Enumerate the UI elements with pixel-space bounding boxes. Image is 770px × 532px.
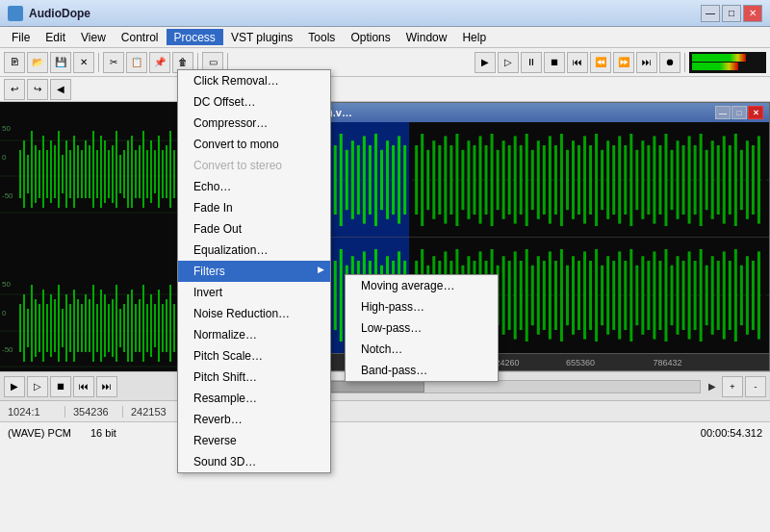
- svg-rect-76: [92, 285, 94, 362]
- menu-view[interactable]: View: [73, 29, 114, 45]
- svg-rect-11: [35, 145, 37, 203]
- svg-rect-34: [123, 150, 125, 198]
- inner-title-bar: 🔊 LO4Dcom - Test (16kHz).v… — □ ✕: [189, 103, 769, 122]
- svg-rect-65: [50, 294, 52, 357]
- svg-rect-276: [601, 266, 603, 325]
- svg-rect-298: [729, 261, 732, 330]
- left-skip-back[interactable]: ⏮: [73, 376, 94, 397]
- svg-rect-256: [485, 261, 488, 330]
- left-stop[interactable]: ⏹: [50, 376, 71, 397]
- toolbar-cut[interactable]: ✂: [103, 52, 124, 73]
- inner-close[interactable]: ✕: [748, 106, 763, 119]
- toolbar-new[interactable]: 🖹: [4, 52, 25, 73]
- restore-button[interactable]: □: [722, 5, 741, 22]
- main-area: 50 0 -50: [0, 102, 770, 400]
- minimize-button[interactable]: —: [701, 5, 720, 22]
- inner-minimize[interactable]: —: [715, 106, 731, 119]
- svg-rect-238: [374, 249, 377, 342]
- scrollbar-thumb[interactable]: [287, 381, 424, 393]
- status-format: (WAVE) PCM: [8, 427, 71, 439]
- svg-rect-47: [173, 150, 175, 198]
- svg-rect-61: [35, 299, 37, 357]
- svg-rect-98: [177, 294, 179, 352]
- main-zoom-out[interactable]: 🔍-: [215, 376, 236, 397]
- menu-window[interactable]: Window: [398, 29, 455, 45]
- inner-restore[interactable]: □: [732, 106, 747, 119]
- toolbar-skip-fwd[interactable]: ⏭: [636, 52, 657, 73]
- menu-help[interactable]: Help: [454, 29, 494, 45]
- menu-edit[interactable]: Edit: [38, 29, 73, 45]
- svg-rect-273: [583, 251, 586, 339]
- toolbar-zoom-out[interactable]: ↪: [27, 79, 48, 100]
- svg-rect-286: [658, 261, 661, 330]
- title-bar-buttons: — □ ✕: [701, 5, 762, 22]
- timeline-marker-4: 655360: [566, 358, 595, 367]
- menu-control[interactable]: Control: [114, 29, 167, 45]
- svg-rect-64: [46, 304, 48, 352]
- toolbar-zoom-in[interactable]: ↩: [4, 79, 25, 100]
- svg-rect-155: [502, 140, 505, 219]
- svg-rect-88: [139, 299, 141, 352]
- main-scrollbar[interactable]: [240, 380, 701, 393]
- timeline-marker-0: 0: [191, 358, 195, 367]
- toolbar-delete[interactable]: 🗑: [172, 52, 193, 73]
- left-skip-fwd[interactable]: ⏭: [96, 376, 117, 397]
- zoom-out-2[interactable]: -: [745, 376, 766, 397]
- svg-rect-87: [135, 304, 137, 352]
- svg-rect-160: [531, 150, 534, 210]
- svg-rect-266: [543, 261, 546, 330]
- left-play-sel[interactable]: ▷: [27, 376, 48, 397]
- toolbar-play-sel[interactable]: ▷: [498, 52, 519, 73]
- svg-rect-243: [403, 261, 406, 330]
- menu-bar: File Edit View Control Process VST plugi…: [0, 27, 770, 48]
- left-play[interactable]: ▶: [4, 376, 25, 397]
- menu-sound-3d[interactable]: Sound 3D…: [178, 451, 330, 472]
- toolbar-copy[interactable]: 📋: [126, 52, 147, 73]
- toolbar-paste[interactable]: 📌: [149, 52, 170, 73]
- svg-rect-251: [455, 249, 458, 342]
- svg-rect-179: [641, 140, 644, 219]
- menu-vst[interactable]: VST plugins: [223, 29, 300, 45]
- toolbar-close-file[interactable]: ✕: [73, 52, 94, 73]
- svg-rect-277: [606, 256, 609, 335]
- svg-rect-66: [54, 299, 56, 352]
- svg-rect-18: [62, 155, 64, 193]
- svg-rect-178: [635, 150, 638, 210]
- toolbar-ff[interactable]: ⏩: [613, 52, 634, 73]
- menu-options[interactable]: Options: [343, 29, 398, 45]
- svg-rect-31: [112, 145, 114, 203]
- menu-process[interactable]: Process: [167, 29, 223, 45]
- svg-rect-23: [81, 150, 83, 198]
- app-icon: [8, 6, 23, 21]
- toolbar-skip-back[interactable]: ⏮: [567, 52, 588, 73]
- inner-window-title: LO4Dcom - Test (16kHz).v…: [212, 107, 352, 118]
- toolbar-record[interactable]: ⏺: [659, 52, 680, 73]
- svg-rect-16: [54, 145, 56, 198]
- toolbar-nav-left[interactable]: ◀: [50, 79, 71, 100]
- scroll-right-btn[interactable]: ▶: [705, 381, 720, 392]
- toolbar-open[interactable]: 📂: [27, 52, 48, 73]
- main-zoom-in[interactable]: 🔍+: [192, 376, 213, 397]
- zoom-in-2[interactable]: +: [722, 376, 743, 397]
- svg-rect-281: [629, 249, 632, 342]
- close-button[interactable]: ✕: [743, 5, 762, 22]
- svg-rect-292: [694, 261, 697, 330]
- menu-tools[interactable]: Tools: [300, 29, 343, 45]
- toolbar-stop[interactable]: ⏹: [544, 52, 565, 73]
- svg-rect-95: [166, 299, 167, 352]
- toolbar-rew[interactable]: ⏪: [590, 52, 611, 73]
- svg-rect-294: [706, 266, 708, 325]
- svg-rect-77: [96, 304, 98, 352]
- toolbar-save[interactable]: 💾: [50, 52, 71, 73]
- svg-rect-111: [241, 150, 244, 210]
- toolbar-play[interactable]: ▶: [475, 52, 496, 73]
- svg-rect-172: [601, 150, 603, 210]
- menu-file[interactable]: File: [4, 29, 38, 45]
- toolbar-pause[interactable]: ⏸: [521, 52, 542, 73]
- svg-rect-59: [27, 309, 29, 347]
- toolbar-select[interactable]: ▭: [202, 52, 223, 73]
- svg-rect-167: [572, 140, 575, 219]
- svg-rect-269: [560, 249, 563, 342]
- svg-rect-261: [514, 251, 517, 339]
- svg-rect-8: [23, 140, 25, 208]
